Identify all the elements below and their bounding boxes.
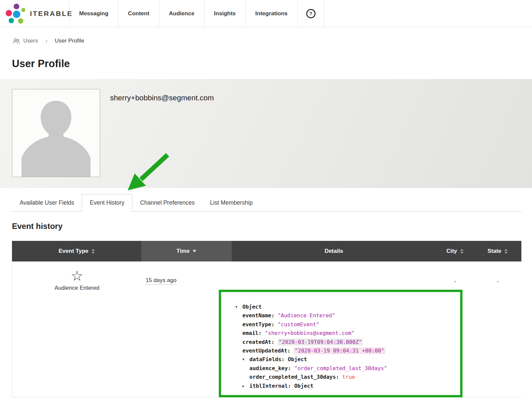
json-value: "Audience Entered"	[278, 312, 335, 319]
json-line: eventName: "Audience Entered"	[235, 311, 457, 320]
logo-dot	[6, 10, 12, 16]
nav-item-integrations[interactable]: Integrations	[245, 0, 297, 27]
json-key: eventUpdatedAt:	[242, 348, 291, 354]
json-key: itblInternal:	[249, 383, 291, 389]
logo-dot	[21, 8, 25, 12]
column-header-event-type[interactable]: Event Type	[12, 241, 141, 261]
sort-arrow-down-icon	[91, 252, 95, 254]
column-header-details: Details	[232, 241, 436, 261]
json-line: ▶itblInternal: Object	[235, 382, 457, 390]
avatar	[12, 89, 100, 177]
sort-arrow-up-icon	[91, 249, 95, 251]
json-line: audience_key: "order_completed_last_30da…	[235, 364, 457, 373]
sort-icon	[91, 249, 95, 254]
sort-arrow-up-icon	[504, 249, 508, 251]
tab-event-history[interactable]: Event History	[82, 194, 132, 211]
json-key: createdAt:	[242, 339, 274, 345]
json-line: ▼dataFields: Object	[235, 355, 457, 364]
json-line: order_completed_last_30days: true	[235, 373, 457, 381]
column-label: State	[487, 248, 501, 254]
profile-tabs: Available User FieldsEvent HistoryChanne…	[12, 194, 521, 212]
json-line: email: "sherry+bobbins@segment.com"	[235, 329, 457, 338]
json-key: audience_key:	[249, 365, 291, 371]
table-header-row: Event TypeTimeDetailsCityState	[12, 241, 521, 261]
sort-icon	[504, 249, 508, 254]
column-label: Event Type	[59, 248, 88, 254]
event-type-cell: ☆ Audience Entered	[12, 269, 142, 291]
json-value: Object	[294, 383, 314, 389]
json-value: "order_completed_last_30days"	[294, 365, 387, 371]
sort-arrow-down-icon	[193, 250, 197, 253]
table-row: ☆ Audience Entered 15 days ago - - ▼Obje…	[12, 261, 521, 397]
column-label: City	[446, 248, 457, 254]
json-value: "sherry+bobbins@segment.com"	[265, 330, 354, 336]
json-value: "2020-03-19 09:04:31 +00:00"	[294, 347, 385, 354]
json-line: eventType: "customEvent"	[235, 320, 457, 329]
sort-arrow-down-icon	[504, 252, 508, 254]
top-navigation: ITERABLE MessagingContentAudienceInsight…	[0, 0, 532, 27]
event-history-heading: Event history	[12, 222, 532, 231]
event-history-table: Event TypeTimeDetailsCityState ☆ Audienc…	[12, 241, 521, 397]
sort-desc-icon	[193, 250, 197, 253]
logo-dot	[9, 18, 14, 23]
breadcrumb-current: User Profile	[55, 38, 84, 44]
column-label: Details	[325, 248, 343, 254]
sort-arrow-up-icon	[460, 249, 464, 251]
json-value: "customEvent"	[278, 321, 319, 328]
event-details-json-annotated: ▼ObjecteventName: "Audience Entered"even…	[219, 290, 463, 397]
json-line: createdAt: "2020-03-19T09:04:30.000Z"	[235, 338, 457, 347]
help-button[interactable]: ?	[297, 0, 324, 27]
help-icon: ?	[306, 9, 316, 18]
nav-item-insights[interactable]: Insights	[204, 0, 245, 27]
star-icon: ☆	[12, 269, 142, 283]
profile-banner: sherry+bobbins@segment.com	[0, 79, 532, 188]
profile-email: sherry+bobbins@segment.com	[110, 94, 214, 102]
main-nav: MessagingContentAudienceInsightsIntegrat…	[69, 0, 297, 27]
json-value: "2020-03-19T09:04:30.000Z"	[278, 339, 363, 346]
json-value: Object	[288, 356, 307, 362]
breadcrumb: Users › User Profile	[13, 37, 532, 45]
sort-arrow-down-icon	[460, 252, 464, 254]
disclosure-expanded-icon[interactable]: ▼	[242, 355, 249, 364]
json-value: true	[342, 374, 355, 380]
json-key: eventName:	[242, 312, 274, 319]
column-header-state[interactable]: State	[474, 241, 521, 261]
column-label: Time	[177, 248, 190, 254]
time-cell: 15 days ago	[146, 277, 177, 284]
json-key: email:	[242, 330, 262, 336]
logo-dot	[18, 18, 23, 24]
nav-item-messaging[interactable]: Messaging	[69, 0, 118, 27]
nav-item-audience[interactable]: Audience	[159, 0, 204, 27]
relative-time[interactable]: 15 days ago	[146, 277, 177, 285]
nav-item-content[interactable]: Content	[118, 0, 159, 27]
json-key: dataFields:	[249, 356, 285, 362]
sort-icon	[460, 249, 464, 254]
breadcrumb-users-link[interactable]: Users	[23, 38, 38, 44]
page-title: User Profile	[12, 58, 532, 70]
disclosure-expanded-icon[interactable]: ▼	[235, 303, 242, 311]
event-type-label: Audience Entered	[12, 285, 142, 291]
breadcrumb-separator-icon: ›	[41, 37, 51, 45]
logo-dot	[14, 4, 19, 9]
brand-name: ITERABLE	[30, 10, 73, 18]
logo-dot	[13, 11, 20, 18]
city-cell: -	[436, 278, 474, 285]
column-header-city[interactable]: City	[436, 241, 474, 261]
tab-channel-preferences[interactable]: Channel Preferences	[132, 194, 202, 211]
json-tree: ▼ObjecteventName: "Audience Entered"even…	[235, 303, 457, 390]
column-header-time[interactable]: Time	[141, 241, 232, 261]
iterable-logo-icon	[5, 3, 26, 24]
json-line: eventUpdatedAt: "2020-03-19 09:04:31 +00…	[235, 347, 457, 355]
disclosure-collapsed-icon[interactable]: ▶	[242, 382, 249, 390]
users-icon	[13, 38, 20, 44]
tab-list-membership[interactable]: List Membership	[202, 194, 260, 211]
tab-available-user-fields[interactable]: Available User Fields	[12, 194, 82, 211]
state-cell: -	[474, 278, 522, 285]
json-key: eventType:	[242, 321, 274, 328]
brand-home-link[interactable]: ITERABLE	[0, 0, 69, 27]
json-value: Object	[242, 304, 262, 310]
json-line: ▼Object	[235, 303, 457, 311]
json-key: order_completed_last_30days:	[249, 374, 339, 380]
